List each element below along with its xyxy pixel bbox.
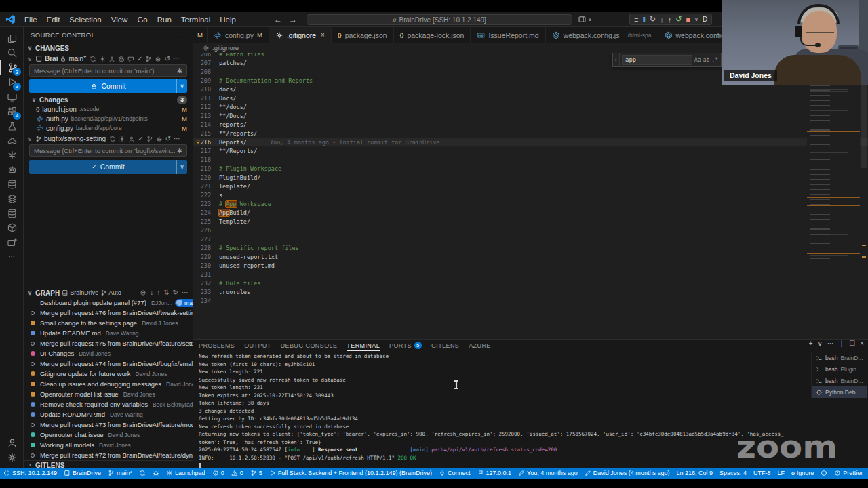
status-debug-config[interactable]: Full Stack: Backend + Frontend (10.1.2.1… [266, 468, 435, 479]
step-into-icon[interactable]: ↓ [660, 16, 664, 24]
menu-selection[interactable]: Selection [64, 16, 106, 24]
activity-accounts[interactable] [0, 435, 24, 449]
tab-package.json[interactable]: {}package.json [332, 27, 394, 43]
menu-terminal[interactable]: Terminal [176, 16, 215, 24]
status-prettier[interactable]: Prettier [831, 468, 866, 479]
more-icon[interactable]: ⋯ [182, 289, 189, 296]
debug-session-chevron-icon[interactable]: ∨ [694, 16, 698, 22]
status-blame-author[interactable]: David Jones (4 months ago) [581, 468, 673, 479]
status-connect[interactable]: Connect [435, 468, 474, 479]
commit-row[interactable]: Openrouter chat issueDavid Jones [24, 430, 193, 440]
menu-view[interactable]: View [106, 16, 133, 24]
activity-testing[interactable] [0, 119, 24, 133]
status-host-address[interactable]: 127.0.0.1 [474, 468, 515, 479]
panel-tab-azure[interactable]: AZURE [469, 340, 491, 351]
code-line-222[interactable]: 222s [193, 190, 868, 199]
code-line-224[interactable]: 224AppBuild/ [193, 208, 868, 217]
status-git-compare[interactable]: 5 [247, 468, 266, 479]
panel-tab-ports[interactable]: PORTS5 [389, 340, 422, 351]
minimap[interactable] [807, 53, 860, 268]
scm-file-launch.json[interactable]: {}launch.json.vscodeM [24, 104, 193, 114]
graph-repo-chip[interactable]: BrainDrive [62, 289, 98, 296]
menu-go[interactable]: Go [132, 16, 152, 24]
commit-row[interactable]: Merge pull request #72 from BrainDriveAI… [24, 450, 193, 460]
commit-row[interactable]: Working all modelsDavid Jones [24, 440, 193, 450]
status-cursor-position[interactable]: Ln 216, Col 9 [673, 468, 716, 479]
terminal-instance-bash[interactable]: bashBrainD... [812, 375, 867, 386]
commit-row[interactable]: Merge pull request #74 from BrainDriveAI… [24, 359, 193, 369]
code-line-223[interactable]: 223# App Workspace [193, 199, 868, 208]
activity-ext-cube[interactable] [0, 221, 24, 235]
commit-row[interactable]: Remove check required env variablesBeck … [24, 399, 193, 409]
refresh-icon[interactable]: ↻ [173, 289, 178, 296]
commit-row[interactable]: Update README.mdDave Waring [24, 328, 193, 338]
commit-row[interactable]: Merge pull request #75 from BrainDriveAI… [24, 338, 193, 348]
activity-settings[interactable] [0, 450, 24, 464]
commit-row[interactable]: Merge pull request #73 from BrainDriveAI… [24, 420, 193, 430]
panel-tab-problems[interactable]: PROBLEMS [199, 340, 235, 351]
activity-ext-animal[interactable] [0, 134, 24, 148]
activity-ext-openai[interactable] [0, 148, 24, 162]
code-line-234[interactable]: 234 [193, 296, 868, 305]
sparkle-icon[interactable]: ✱ [177, 147, 182, 155]
repo-row-braindrive[interactable]: ∨ Brai main* ✓↺⋯ [24, 54, 193, 64]
step-out-icon[interactable]: ↑ [668, 16, 672, 24]
panel-tab-debug-console[interactable]: DEBUG CONSOLE [281, 340, 338, 351]
status-debugger[interactable] [149, 468, 163, 479]
push-icon[interactable]: ↑ [157, 289, 160, 296]
activity-more-views[interactable]: ⋯ [0, 250, 24, 264]
changes-subsection[interactable]: ∨Changes 3 [24, 95, 193, 104]
code-line-230[interactable]: 230unused-report.md [193, 261, 868, 270]
pause-icon[interactable]: ‖ [642, 16, 646, 24]
code-line-210[interactable]: 210docs/ [193, 85, 868, 94]
terminal-instance-bash[interactable]: bashBrainD... [812, 352, 867, 363]
activity-source-control[interactable]: 3 [0, 60, 24, 75]
status-language-mode[interactable]: {}Ignore [788, 468, 817, 479]
status-remote-host[interactable]: SSH: 10.1.2.149 [0, 468, 60, 479]
graph-section-header[interactable]: ∨GRAPH BrainDrive Auto ↓↑⇅↻⋯ [24, 288, 193, 298]
code-line-211[interactable]: 211Docs/ [193, 94, 868, 102]
status-errors[interactable]: 0 [209, 468, 228, 479]
panel-tab-gitlens[interactable]: GITLENS [431, 340, 459, 351]
terminal-instance-PythonDeb[interactable]: Python Deb... [812, 386, 867, 398]
status-branch[interactable]: main* [104, 468, 136, 479]
command-center-search[interactable]: ⌀ BrainDrive [SSH: 10.1.2.149] [307, 14, 572, 25]
scm-file-auth.py[interactable]: auth.pybackend/app/api/v1/endpointsM [24, 114, 193, 123]
terminal-output[interactable]: New refresh token generated and about to… [199, 352, 809, 470]
find-option-Aa[interactable]: Aa [694, 57, 701, 63]
tab-config.py[interactable]: config.pyM [208, 27, 269, 43]
activity-extensions[interactable]: 4 [0, 104, 24, 119]
code-line-215[interactable]: 215**/reports/ [193, 129, 868, 138]
commit-row[interactable]: Merge pull request #76 from BrainDriveAI… [24, 308, 193, 318]
stop-icon[interactable]: ■ [686, 16, 690, 24]
code-line-228[interactable]: 228# Specific report files [193, 243, 868, 252]
gitlens-section-header[interactable]: ›GITLENS [24, 460, 193, 468]
find-option-ab[interactable]: ab [703, 57, 710, 63]
status-blame-you[interactable]: You, 4 months ago [515, 468, 581, 479]
layout-toggle-button[interactable]: ∨ [578, 15, 592, 24]
tab-IssueReport.md[interactable]: IssueReport.md [471, 27, 545, 43]
graph-branch-chip[interactable]: Auto [100, 289, 121, 296]
find-expand-icon[interactable]: › [613, 53, 620, 66]
status-launchpad[interactable]: Launchpad [163, 468, 209, 479]
activity-run-and-debug[interactable]: 3 [0, 75, 24, 89]
commit-button-bugfix[interactable]: ✓ Commit ∨ [29, 160, 187, 174]
close-tab-icon[interactable]: × [321, 31, 325, 39]
changes-section-header[interactable]: ∨CHANGES [24, 43, 193, 53]
find-input[interactable]: app [622, 55, 692, 65]
restart-frame-icon[interactable]: ↻ [650, 15, 656, 24]
menu-run[interactable]: Run [153, 16, 176, 24]
lightbulb-icon[interactable]: ⚲ [195, 139, 201, 145]
activity-search[interactable] [0, 46, 24, 60]
commit-row[interactable]: Clean up issues and debugging messagesDa… [24, 379, 193, 389]
repo-row-bugfix[interactable]: ∨ bugfix/saving-setting ✓↺⋯ [24, 134, 193, 144]
status-encoding[interactable]: UTF-8 [750, 468, 774, 479]
menu-help[interactable]: Help [215, 16, 241, 24]
tab-.gitignore[interactable]: .gitignore× [269, 27, 332, 43]
commit-row[interactable]: Gitignore update for future workDavid Jo… [24, 369, 193, 379]
activity-ext-layers[interactable] [0, 192, 24, 206]
code-line-226[interactable]: 226 [193, 226, 868, 235]
status-eol[interactable]: LF [774, 468, 788, 479]
activity-ext-database-2[interactable] [0, 206, 24, 220]
code-line-225[interactable]: 225Template/ [193, 217, 868, 226]
